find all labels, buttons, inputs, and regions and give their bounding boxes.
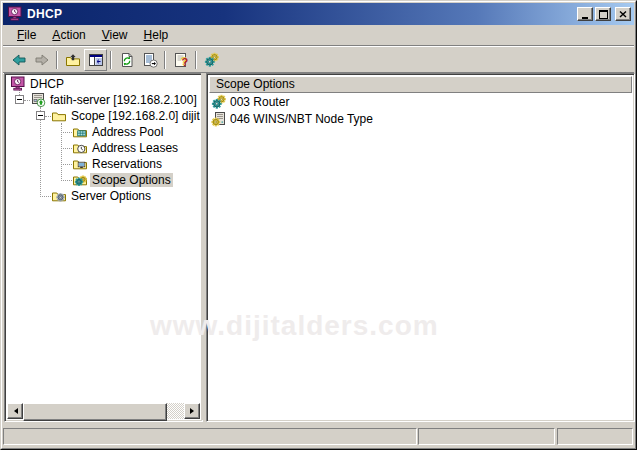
status-bar (2, 425, 635, 446)
forward-arrow-icon (34, 52, 50, 68)
dhcp-console-window: DHCP FileActionViewHelp ?? DHCPfatih-ser… (0, 0, 637, 450)
address-pool-icon (72, 124, 88, 140)
toolbar-separator (164, 51, 166, 69)
maximize-icon (599, 10, 608, 19)
folder-closed-icon (51, 108, 67, 124)
menu-item-help[interactable]: Help (136, 26, 177, 44)
scroll-right-button[interactable] (184, 403, 200, 419)
help-icon: ?? (173, 52, 189, 68)
toolbar-separator (195, 51, 197, 69)
close-icon (619, 11, 627, 18)
toolbar: ?? (3, 47, 634, 73)
tree-label: Scope Options (90, 173, 173, 187)
column-header-scope-options[interactable]: Scope Options (209, 76, 632, 93)
tree-label: Address Leases (90, 141, 180, 155)
export-list-button[interactable] (138, 49, 161, 71)
help-button[interactable]: ?? (169, 49, 192, 71)
server-icon (30, 92, 46, 108)
tree-item-reservations[interactable]: Reservations (7, 156, 200, 172)
console-tree-icon (88, 52, 104, 68)
up-folder-icon (65, 52, 81, 68)
scroll-right-arrow-icon (190, 408, 197, 414)
column-header-label: Scope Options (216, 77, 295, 91)
tree-label: Reservations (90, 157, 164, 171)
tree-connector (61, 164, 72, 165)
window-title: DHCP (27, 7, 577, 21)
tree-label: fatih-server [192.168.2.100] (48, 93, 199, 107)
back-button[interactable] (7, 49, 30, 71)
menu-bar: FileActionViewHelp (3, 25, 634, 46)
dhcp-app-icon (7, 6, 23, 22)
tree-item-address-pool[interactable]: Address Pool (7, 124, 200, 140)
tree-horizontal-scrollbar (7, 403, 200, 419)
refresh-button[interactable] (115, 49, 138, 71)
tree-item-scope-options[interactable]: Scope Options (7, 172, 200, 188)
status-panel-2 (418, 428, 555, 445)
gears-icon (204, 52, 220, 68)
gears-button[interactable] (200, 49, 223, 71)
console-tree: DHCPfatih-server [192.168.2.100]Scope [1… (7, 76, 200, 403)
tree-expander-minus[interactable] (15, 95, 24, 104)
tree-connector (61, 148, 72, 149)
minimize-icon (582, 17, 588, 19)
maximize-button[interactable] (595, 7, 611, 21)
list-item-label: 003 Router (230, 95, 289, 109)
tree-label: Server Options (69, 189, 153, 203)
window-controls (577, 7, 631, 21)
scroll-left-button[interactable] (7, 403, 23, 419)
refresh-icon (119, 52, 135, 68)
tree-item-fatih-server-192-168-2-100[interactable]: fatih-server [192.168.2.100] (7, 92, 200, 108)
tree-connector (61, 180, 72, 181)
back-arrow-icon (11, 52, 27, 68)
tree-expander-minus[interactable] (36, 111, 45, 120)
scrollbar-thumb[interactable] (23, 403, 167, 421)
export-list-icon (142, 52, 158, 68)
tree-label: Address Pool (90, 125, 165, 139)
menu-item-view[interactable]: View (94, 26, 136, 44)
toolbar-separator (56, 51, 58, 69)
option-server-icon (211, 111, 227, 127)
svg-text:?: ? (181, 55, 188, 67)
tree-item-dhcp[interactable]: DHCP (7, 76, 200, 92)
list-item-046-wins-nbt-node-type[interactable]: 046 WINS/NBT Node Type (209, 110, 632, 127)
tree-connector (40, 196, 51, 197)
server-options-icon (51, 188, 67, 204)
dhcp-root-icon (10, 76, 26, 92)
tree-item-server-options[interactable]: Server Options (7, 188, 200, 204)
tree-label: Scope [192.168.2.0] dijitald (69, 109, 200, 123)
window-inner-frame: DHCP FileActionViewHelp ?? DHCPfatih-ser… (1, 1, 636, 449)
scroll-left-arrow-icon (11, 408, 18, 414)
list-item-003-router[interactable]: 003 Router (209, 93, 632, 110)
menu-item-action[interactable]: Action (44, 26, 93, 44)
reservations-icon (72, 156, 88, 172)
minimize-button[interactable] (577, 7, 593, 21)
options-list: 003 Router046 WINS/NBT Node Type (209, 93, 632, 419)
tree-connector (61, 132, 72, 133)
status-panel-3 (557, 428, 633, 445)
up-one-level-button[interactable] (61, 49, 84, 71)
console-tree-panel: DHCPfatih-server [192.168.2.100]Scope [1… (4, 73, 203, 422)
close-button[interactable] (615, 7, 631, 21)
status-panel-1 (3, 428, 417, 445)
scope-options-icon (72, 172, 88, 188)
show-hide-console-tree-button[interactable] (84, 49, 107, 71)
forward-button[interactable] (30, 49, 53, 71)
list-item-label: 046 WINS/NBT Node Type (230, 112, 373, 126)
tree-item-address-leases[interactable]: Address Leases (7, 140, 200, 156)
address-leases-icon (72, 140, 88, 156)
toolbar-separator (110, 51, 112, 69)
tree-item-scope-192-168-2-0-dijitald[interactable]: Scope [192.168.2.0] dijitald (7, 108, 200, 124)
menu-item-file[interactable]: File (9, 26, 44, 44)
results-panel: Scope Options 003 Router046 WINS/NBT Nod… (206, 73, 635, 422)
title-bar: DHCP (3, 3, 634, 25)
tree-label: DHCP (28, 77, 66, 91)
option-gears-icon (211, 94, 227, 110)
